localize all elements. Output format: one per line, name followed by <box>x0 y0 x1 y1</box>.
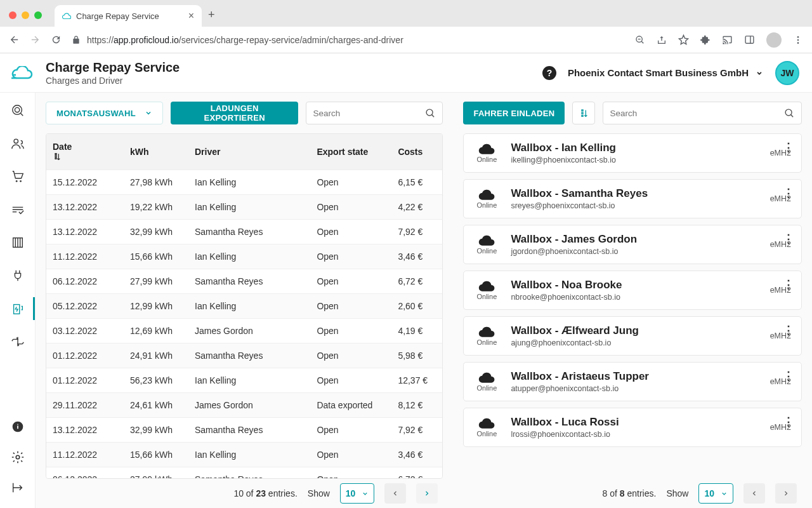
next-page-button[interactable] <box>416 483 438 504</box>
card-menu-icon[interactable]: ⋮ <box>783 369 794 383</box>
cloud-icon <box>478 417 495 429</box>
reload-icon[interactable] <box>51 34 62 45</box>
app-header: Charge Repay Service Charges and Driver … <box>0 53 812 93</box>
search-input[interactable] <box>313 109 420 118</box>
sidebar-item-billing[interactable] <box>0 201 35 218</box>
app-logo[interactable] <box>9 66 36 80</box>
search-input[interactable] <box>610 109 779 118</box>
sort-drivers-button[interactable] <box>572 102 595 124</box>
profile-avatar[interactable] <box>766 32 782 48</box>
cast-icon[interactable] <box>722 34 733 45</box>
driver-card[interactable]: OnlineWallbox - Aristaeus Tupperatupper@… <box>463 362 802 401</box>
close-tab-icon[interactable]: × <box>188 10 194 22</box>
menu-icon[interactable] <box>793 35 803 45</box>
table-row[interactable]: 15.12.202227,98 kWhIan KellingOpen6,15 € <box>46 170 442 195</box>
svg-point-9 <box>20 180 22 182</box>
driver-card[interactable]: OnlineWallbox - Luca Rossilrossi@phoenix… <box>463 408 802 447</box>
svg-point-8 <box>15 180 17 182</box>
sidebar-item-monitor[interactable] <box>0 102 35 119</box>
charges-search[interactable] <box>306 102 443 124</box>
card-menu-icon[interactable]: ⋮ <box>783 140 794 154</box>
drivers-search[interactable] <box>603 102 802 124</box>
help-icon[interactable]: ? <box>542 66 556 80</box>
invite-driver-button[interactable]: FAHRER EINLADEN <box>463 102 565 124</box>
table-row[interactable]: 29.11.202224,61 kWhJames GordonData expo… <box>46 393 442 418</box>
browser-tab[interactable]: Charge Repay Service × <box>55 5 202 27</box>
table-row[interactable]: 03.12.202212,69 kWhJames GordonOpen4,19 … <box>46 319 442 344</box>
table-row[interactable]: 06.12.202227,99 kWhSamantha ReyesOpen6,7… <box>46 269 442 294</box>
star-icon[interactable] <box>678 34 689 45</box>
sidebar-item-info[interactable] <box>0 418 35 436</box>
driver-card[interactable]: OnlineWallbox - James Gordonjgordon@phoe… <box>463 225 802 264</box>
cloud-icon <box>62 13 71 19</box>
month-select-button[interactable]: MONATSAUSWAHL <box>46 102 163 124</box>
charges-pager: 10 of 23 entries. Show 10 <box>46 479 443 508</box>
table-row[interactable]: 13.12.202232,99 kWhSamantha ReyesOpen7,9… <box>46 418 442 443</box>
cloud-icon <box>478 234 495 246</box>
status-label: Online <box>477 384 497 392</box>
cloud-icon <box>11 66 33 80</box>
cloud-icon <box>478 326 495 337</box>
col-kwh[interactable]: kWh <box>124 134 188 170</box>
sidebar-item-users[interactable] <box>0 135 35 152</box>
next-page-button <box>775 483 797 504</box>
sidebar-item-settings[interactable] <box>0 448 35 466</box>
company-selector[interactable]: Phoenix Contact Smart Business GmbH <box>568 67 764 78</box>
wallbox-name: Wallbox - Aristaeus Tupper <box>511 370 761 383</box>
wallbox-email: nbrooke@phoenixcontact-sb.io <box>511 293 761 302</box>
export-charges-button[interactable]: LADUNGEN EXPORTIEREN <box>171 102 298 124</box>
card-menu-icon[interactable]: ⋮ <box>783 232 794 246</box>
sidebar-item-logout[interactable] <box>0 479 35 497</box>
table-row[interactable]: 01.12.202224,91 kWhSamantha ReyesOpen5,9… <box>46 344 442 368</box>
card-menu-icon[interactable]: ⋮ <box>783 323 794 337</box>
browser-chrome: Charge Repay Service × + https://app.pro… <box>0 0 812 53</box>
search-icon <box>784 108 795 119</box>
sidebar-item-cart[interactable] <box>0 168 35 185</box>
table-row[interactable]: 06.12.202227,99 kWhSamantha ReyesOpen6,7… <box>46 467 442 479</box>
col-driver[interactable]: Driver <box>188 134 310 170</box>
wallbox-name: Wallbox - Samantha Reyes <box>511 187 761 200</box>
card-menu-icon[interactable]: ⋮ <box>783 277 794 291</box>
table-row[interactable]: 13.12.202232,99 kWhSamantha ReyesOpen7,9… <box>46 220 442 244</box>
col-costs[interactable]: Costs <box>391 134 442 170</box>
sidepanel-icon[interactable] <box>744 34 755 45</box>
page-size-select[interactable]: 10 <box>698 483 733 504</box>
wallbox-email: sreyes@phoenixcontact-sb.io <box>511 201 761 210</box>
new-tab-button[interactable]: + <box>208 8 215 22</box>
table-row[interactable]: 01.12.202256,23 kWhIan KellingOpen12,37 … <box>46 368 442 393</box>
chevron-down-icon <box>145 109 152 117</box>
card-menu-icon[interactable]: ⋮ <box>783 186 794 200</box>
address-bar[interactable]: https://app.proficloud.io/services/charg… <box>72 35 625 45</box>
table-row[interactable]: 05.12.202212,99 kWhIan KellingOpen2,60 € <box>46 294 442 319</box>
col-state[interactable]: Export state <box>310 134 391 170</box>
driver-card[interactable]: OnlineWallbox - Samantha Reyessreyes@pho… <box>463 179 802 218</box>
cloud-icon <box>478 189 495 200</box>
driver-card[interactable]: OnlineWallbox - Ian Kellingikelling@phoe… <box>463 133 802 173</box>
prev-page-button[interactable] <box>384 483 406 504</box>
table-row[interactable]: 13.12.202219,22 kWhIan KellingOpen4,22 € <box>46 195 442 220</box>
extensions-icon[interactable] <box>700 35 710 45</box>
table-row[interactable]: 11.12.202215,66 kWhIan KellingOpen3,46 € <box>46 244 442 269</box>
back-icon[interactable] <box>9 34 20 45</box>
page-size-select[interactable]: 10 <box>340 483 375 504</box>
card-menu-icon[interactable]: ⋮ <box>783 415 794 429</box>
zoom-icon[interactable] <box>635 35 645 45</box>
wallbox-name: Wallbox - James Gordon <box>511 233 761 246</box>
driver-card[interactable]: OnlineWallbox - Noa Brookenbrooke@phoeni… <box>463 271 802 310</box>
window-controls[interactable] <box>9 11 42 19</box>
user-avatar[interactable]: JW <box>775 61 799 85</box>
table-row[interactable]: 11.12.202215,66 kWhIan KellingOpen3,46 € <box>46 443 442 467</box>
wallbox-email: ikelling@phoenixcontact-sb.io <box>511 156 761 164</box>
sidebar-item-connector[interactable] <box>0 267 35 284</box>
page-title: Charge Repay Service <box>46 60 180 75</box>
cloud-icon <box>478 371 495 383</box>
sidebar-item-stations[interactable] <box>0 234 35 251</box>
status-label: Online <box>477 247 497 255</box>
share-icon[interactable] <box>657 35 667 45</box>
chevron-down-icon <box>721 490 728 497</box>
sidebar-item-flow[interactable] <box>0 333 35 351</box>
svg-rect-1 <box>745 36 754 43</box>
driver-card[interactable]: OnlineWallbox - Ælfweard Jungajung@phoen… <box>463 316 802 356</box>
sidebar-item-charging[interactable] <box>0 300 35 318</box>
sort-icon[interactable] <box>53 152 117 162</box>
